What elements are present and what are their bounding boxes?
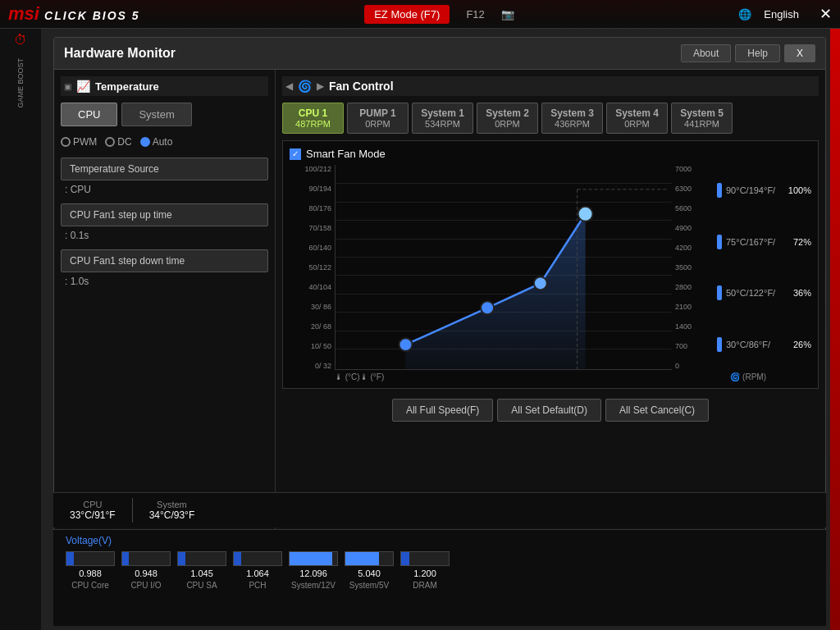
hw-title-buttons: About Help X [681, 44, 815, 62]
fan-sys3-rpm: 436RPM [550, 119, 594, 129]
fan-sys4-name: System 4 [615, 107, 659, 119]
chart-y-left: 100/212 90/194 80/176 70/158 60/140 50/1… [290, 165, 335, 370]
voltage-bar-pch [233, 551, 282, 566]
curve-point-3 [534, 276, 547, 290]
sys5v-name: System/5V [349, 581, 389, 590]
voltage-bar-cpu-core [66, 551, 115, 566]
fan-badge-pump1[interactable]: PUMP 1 0RPM [347, 103, 409, 134]
voltage-fill-sys5v [345, 552, 379, 565]
screenshot-icon[interactable]: 📷 [501, 8, 514, 21]
dram-name: DRAM [413, 581, 436, 590]
temp-label-2: 50°C/122°F/ [726, 288, 775, 298]
help-button[interactable]: Help [735, 44, 780, 62]
voltage-item-cpu-sa: 1.045 CPU SA [177, 551, 226, 590]
voltage-fill-cpu-io [122, 552, 129, 565]
step-down-button[interactable]: CPU Fan1 step down time [61, 249, 268, 272]
cpu-core-value: 0.988 [79, 568, 102, 578]
fan-sys1-name: System 1 [421, 107, 464, 119]
clock-icon: ⏱ [14, 33, 27, 48]
rpm-label-4: 4200 [675, 244, 692, 252]
all-set-cancel-button[interactable]: All Set Cancel(C) [605, 399, 709, 422]
close-hw-button[interactable]: X [784, 44, 815, 62]
temperature-title: Temperature [95, 80, 159, 93]
temp-bar-3 [717, 337, 722, 352]
voltage-bars-container: 0.988 CPU Core 0.948 CPU I/O 1.045 CPU S… [66, 551, 814, 590]
voltage-bar-sys12v [289, 551, 338, 566]
fan-badge-sys4[interactable]: System 4 0RPM [606, 103, 668, 134]
temp-level-labels: 90°C/194°F/ 100% 75°C/167°F/ 72% 50°C/12… [713, 165, 811, 370]
pch-value: 1.064 [246, 568, 269, 578]
dc-label: DC [117, 136, 131, 148]
main-content: Hardware Monitor About Help X ▣ 📈 Temper… [41, 29, 830, 630]
rpm-axis-icon: 🌀 (RPM) [730, 372, 766, 381]
voltage-fill-cpu-core [66, 552, 74, 565]
fan-badges: CPU 1 487RPM PUMP 1 0RPM System 1 534RPM… [282, 103, 819, 134]
chart-area: 100/212 90/194 80/176 70/158 60/140 50/1… [290, 165, 811, 370]
fan-badge-sys1[interactable]: System 1 534RPM [412, 103, 473, 134]
step-up-button[interactable]: CPU Fan1 step up time [61, 203, 268, 226]
cpu-temp-label: CPU [70, 500, 116, 509]
temp-fahrenheit-icon: 🌡 (°F) [360, 372, 385, 381]
auto-radio[interactable]: Auto [140, 136, 173, 148]
nav-forward-icon[interactable]: ▶ [317, 80, 324, 92]
fan-cpu1-rpm: 487RPM [291, 119, 335, 129]
chart-y-right: 7000 6300 5600 4900 4200 3500 2800 2100 … [672, 165, 713, 370]
rpm-label-7: 2100 [675, 303, 692, 311]
temp-source-button[interactable]: Temperature Source [61, 158, 268, 180]
globe-icon: 🌐 [738, 8, 751, 21]
collapse-icon[interactable]: ▣ [64, 82, 71, 91]
rpm-label-2: 5600 [675, 204, 692, 212]
fan-badge-sys5[interactable]: System 5 441RPM [671, 103, 733, 134]
fan-badge-sys3[interactable]: System 3 436RPM [541, 103, 603, 134]
smart-fan-checkbox[interactable]: ✓ [290, 148, 301, 160]
msi-logo: msi CLICK BIOS 5 [8, 3, 140, 25]
temp-pct-0: 100% [788, 185, 811, 195]
nav-back-icon[interactable]: ◀ [285, 80, 293, 92]
rpm-label-10: 0 [675, 362, 679, 370]
fan-sys5-rpm: 441RPM [680, 119, 724, 129]
voltage-title: Voltage(V) [66, 535, 814, 546]
smart-fan-chart-section: ✓ Smart Fan Mode 100/212 90/194 80/176 7… [282, 140, 819, 389]
voltage-bar-cpu-io [121, 551, 171, 566]
chart-main[interactable] [335, 165, 672, 370]
temp-label-0: 90°C/194°F/ [726, 185, 775, 195]
dc-radio[interactable]: DC [105, 136, 131, 148]
fan-sys5-name: System 5 [680, 107, 724, 119]
about-button[interactable]: About [681, 44, 731, 62]
close-app-button[interactable]: ✕ [819, 5, 832, 23]
y-label-5: 50/122 [308, 263, 331, 272]
temp-bar-2 [717, 285, 722, 300]
temp-row-0: 90°C/194°F/ 100% [717, 183, 811, 198]
fan-control-title: Fan Control [329, 80, 394, 93]
fan-badge-cpu1[interactable]: CPU 1 487RPM [282, 103, 344, 134]
rpm-label-6: 2800 [675, 283, 692, 291]
ez-mode-button[interactable]: EZ Mode (F7) [364, 5, 450, 24]
fan-curve-svg[interactable] [336, 165, 672, 369]
rpm-label-8: 1400 [675, 322, 692, 331]
cpu-toggle-button[interactable]: CPU [61, 103, 117, 126]
sidebar-gameboost[interactable]: GAME BOOST [16, 58, 25, 108]
pwm-label: PWM [73, 136, 97, 148]
curve-point-4 [578, 207, 593, 221]
y-label-0: 100/212 [304, 165, 331, 173]
y-label-6: 40/104 [308, 283, 331, 291]
top-bar-right: 🌐 English ✕ [738, 5, 832, 23]
temp-label-3: 30°C/86°F/ [726, 340, 770, 349]
all-full-speed-button[interactable]: All Full Speed(F) [392, 399, 493, 422]
pwm-radio[interactable]: PWM [61, 136, 97, 148]
voltage-item-sys5v: 5.040 System/5V [345, 551, 394, 590]
y-label-10: 0/ 32 [315, 362, 331, 370]
voltage-bar-sys5v [345, 551, 394, 566]
all-set-default-button[interactable]: All Set Default(D) [497, 399, 601, 422]
system-toggle-button[interactable]: System [121, 103, 191, 126]
voltage-item-sys12v: 12.096 System/12V [289, 551, 338, 590]
sys12v-name: System/12V [291, 581, 336, 590]
language-label[interactable]: English [764, 8, 799, 21]
fan-cpu1-name: CPU 1 [291, 107, 335, 119]
f12-label[interactable]: F12 [466, 8, 484, 21]
fan-badge-sys2[interactable]: System 2 0RPM [477, 103, 538, 134]
chart-x-axis: 🌡 (°C) 🌡 (°F) 🌀 (RPM) [290, 370, 811, 381]
fan-pump1-name: PUMP 1 [356, 107, 399, 119]
voltage-item-dram: 1.200 DRAM [400, 551, 450, 590]
temp-divider [132, 498, 133, 523]
